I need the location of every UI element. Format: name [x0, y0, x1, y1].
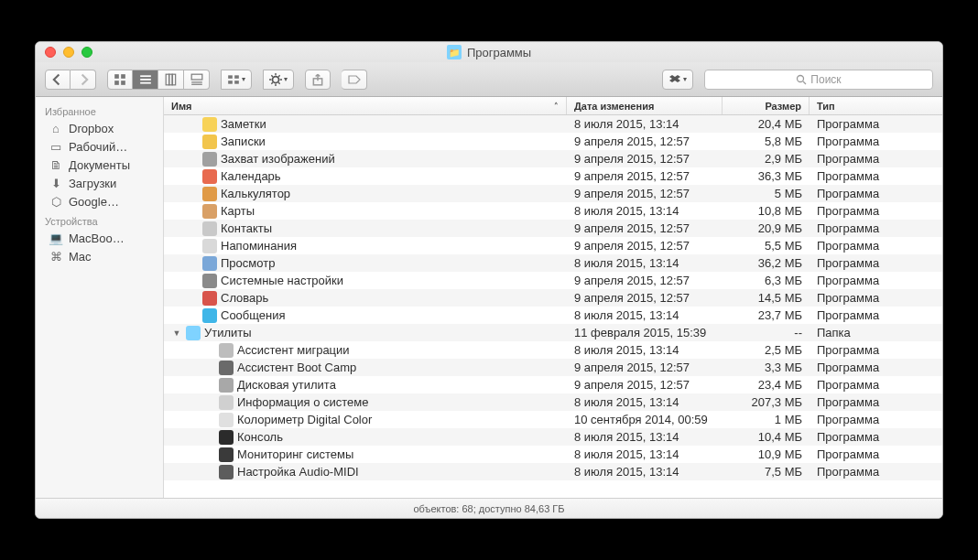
file-row[interactable]: Напоминания9 апреля 2015, 12:575,5 МБПро…: [164, 237, 942, 254]
file-size: 5,8 МБ: [723, 135, 810, 148]
sidebar-item-macbook[interactable]: 💻MacBoo…: [36, 229, 163, 247]
view-column-button[interactable]: [158, 70, 184, 90]
app-icon: [202, 256, 217, 271]
disclosure-triangle[interactable]: ▼: [171, 328, 182, 338]
tags-button[interactable]: [342, 70, 367, 90]
file-name: Настройка Audio-MIDI: [237, 465, 359, 479]
file-row[interactable]: Калькулятор9 апреля 2015, 12:575 МБПрогр…: [164, 185, 942, 202]
file-size: --: [723, 326, 810, 339]
close-button[interactable]: [45, 47, 56, 58]
file-date: 8 июля 2015, 13:14: [567, 256, 723, 270]
file-row[interactable]: Консоль8 июля 2015, 13:1410,4 МБПрограмм…: [164, 428, 942, 446]
sidebar-item-label: Документы: [69, 158, 130, 172]
nav-buttons: [45, 70, 96, 90]
view-icon-button[interactable]: [107, 70, 133, 90]
file-size: 5,5 МБ: [723, 239, 810, 253]
sidebar-item-downloads[interactable]: ⬇Загрузки: [36, 174, 163, 192]
file-row[interactable]: Словарь9 апреля 2015, 12:5714,5 МБПрогра…: [164, 289, 942, 307]
sidebar-section-header: Избранное: [36, 101, 163, 119]
file-name: Мониторинг системы: [237, 447, 353, 461]
file-kind: Программа: [810, 256, 942, 270]
file-kind: Программа: [810, 274, 942, 287]
file-row[interactable]: Настройка Audio-MIDI8 июля 2015, 13:147,…: [164, 463, 942, 480]
status-text: объектов: 68; доступно 84,63 ГБ: [414, 503, 565, 514]
column-name[interactable]: Имя˄: [164, 97, 567, 114]
file-row[interactable]: Записки9 апреля 2015, 12:575,8 МБПрограм…: [164, 133, 942, 150]
column-size[interactable]: Размер: [723, 97, 810, 114]
folder-icon: 📁: [447, 45, 462, 59]
svg-rect-5: [140, 79, 151, 81]
svg-rect-14: [234, 75, 239, 79]
app-icon: [219, 430, 234, 445]
view-coverflow-button[interactable]: [184, 70, 210, 90]
file-date: 9 апреля 2015, 12:57: [567, 135, 723, 148]
file-size: 1 МБ: [723, 413, 810, 426]
file-kind: Программа: [810, 361, 942, 374]
file-row[interactable]: Просмотр8 июля 2015, 13:1436,2 МБПрограм…: [164, 254, 942, 272]
file-row[interactable]: Ассистент Boot Camp9 апреля 2015, 12:573…: [164, 359, 942, 376]
column-kind[interactable]: Тип: [810, 97, 942, 114]
file-row[interactable]: ▼Утилиты11 февраля 2015, 15:39--Папка: [164, 324, 942, 341]
file-kind: Папка: [810, 326, 942, 339]
file-date: 9 апреля 2015, 12:57: [567, 187, 723, 200]
app-icon: [202, 221, 217, 236]
sidebar-item-documents[interactable]: 🗎Документы: [36, 156, 163, 174]
file-date: 8 июля 2015, 13:14: [567, 465, 723, 479]
search-field[interactable]: Поиск: [704, 70, 933, 90]
share-button[interactable]: [305, 70, 331, 90]
file-kind: Программа: [810, 221, 942, 235]
file-row[interactable]: Контакты9 апреля 2015, 12:5720,9 МБПрогр…: [164, 220, 942, 237]
sidebar-item-label: Google…: [69, 195, 119, 209]
app-icon: [202, 187, 217, 201]
file-name: Просмотр: [221, 256, 275, 270]
file-kind: Программа: [810, 152, 942, 166]
file-size: 6,3 МБ: [723, 274, 810, 287]
zoom-button[interactable]: [82, 47, 92, 58]
file-row[interactable]: Ассистент миграции8 июля 2015, 13:142,5 …: [164, 341, 942, 359]
svg-rect-4: [140, 75, 151, 77]
sidebar-item-mac[interactable]: ⌘Mac: [36, 247, 163, 265]
forward-button[interactable]: [71, 70, 96, 90]
dropbox-toolbar-button[interactable]: ▾: [662, 70, 693, 90]
file-row[interactable]: Дисковая утилита9 апреля 2015, 12:5723,4…: [164, 376, 942, 393]
sidebar: Избранное⌂Dropbox▭Рабочий…🗎Документы⬇Заг…: [36, 97, 164, 498]
view-list-button[interactable]: [133, 70, 158, 90]
body: Избранное⌂Dropbox▭Рабочий…🗎Документы⬇Заг…: [36, 97, 942, 498]
back-button[interactable]: [45, 70, 71, 90]
sidebar-item-desktop[interactable]: ▭Рабочий…: [36, 137, 163, 156]
file-size: 2,5 МБ: [723, 343, 810, 357]
file-row[interactable]: Мониторинг системы8 июля 2015, 13:1410,9…: [164, 446, 942, 463]
file-kind: Программа: [810, 465, 942, 479]
file-size: 20,9 МБ: [723, 221, 810, 235]
svg-rect-10: [191, 74, 202, 80]
sidebar-item-dropbox[interactable]: ⌂Dropbox: [36, 119, 163, 137]
file-row[interactable]: Захват изображений9 апреля 2015, 12:572,…: [164, 150, 942, 167]
app-icon: [219, 378, 234, 393]
file-date: 8 июля 2015, 13:14: [567, 447, 723, 461]
file-row[interactable]: Заметки8 июля 2015, 13:1420,4 МБПрограмм…: [164, 115, 942, 133]
app-icon: [202, 274, 217, 288]
file-date: 9 апреля 2015, 12:57: [567, 169, 723, 183]
action-button[interactable]: ▾: [263, 70, 294, 90]
sidebar-item-label: Рабочий…: [69, 140, 127, 154]
column-date[interactable]: Дата изменения: [567, 97, 723, 114]
minimize-button[interactable]: [63, 47, 74, 58]
file-row[interactable]: Карты8 июля 2015, 13:1410,8 МБПрограмма: [164, 202, 942, 220]
file-row[interactable]: Колориметр Digital Color10 сентября 2014…: [164, 411, 942, 428]
svg-rect-13: [228, 75, 233, 79]
svg-rect-0: [114, 74, 119, 79]
file-row[interactable]: Календарь9 апреля 2015, 12:5736,3 МБПрог…: [164, 167, 942, 185]
file-name: Календарь: [221, 169, 281, 183]
arrange-button[interactable]: ▾: [221, 70, 252, 90]
sidebar-item-googledrive[interactable]: ⬡Google…: [36, 192, 163, 210]
app-icon: [219, 343, 234, 358]
sidebar-section-header: Устройства: [36, 210, 163, 229]
documents-icon: 🗎: [49, 157, 63, 172]
file-row[interactable]: Информация о системе8 июля 2015, 13:1420…: [164, 393, 942, 411]
file-size: 10,8 МБ: [723, 204, 810, 218]
app-icon: [219, 413, 234, 427]
window-controls: [45, 47, 92, 58]
file-row[interactable]: Сообщения8 июля 2015, 13:1423,7 МБПрогра…: [164, 307, 942, 324]
svg-rect-2: [114, 81, 119, 85]
file-row[interactable]: Системные настройки9 апреля 2015, 12:576…: [164, 272, 942, 289]
